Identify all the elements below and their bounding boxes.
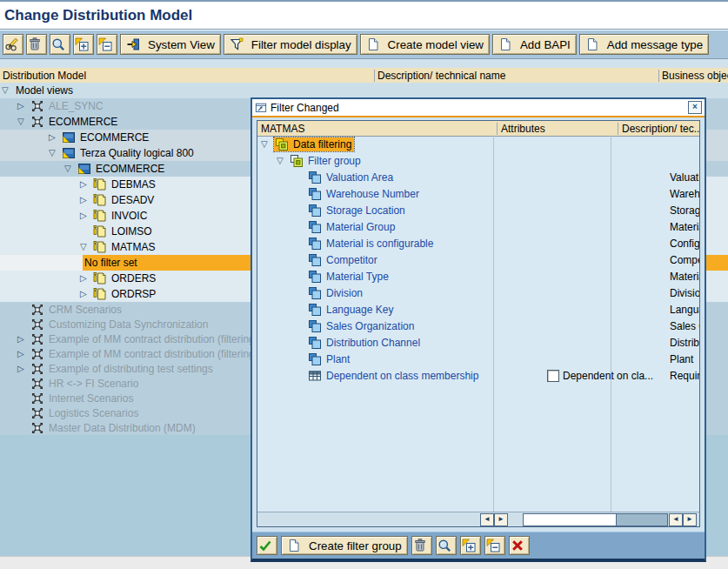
magnifier-icon (51, 37, 65, 51)
expander-closed-icon[interactable] (80, 290, 93, 298)
scenario-icon (30, 406, 44, 420)
dialog-title: Filter Changed (270, 102, 339, 114)
new-doc-icon (366, 37, 380, 51)
create-filter-group-button[interactable]: Create filter group (281, 536, 408, 555)
application-toolbar: System View Filter model display Create … (0, 30, 728, 59)
filter-row-material-type[interactable]: Material Type Material Type (257, 268, 699, 284)
expander-closed-icon[interactable] (80, 274, 93, 283)
filter-row-division[interactable]: Division Division (257, 284, 699, 301)
filter-row-data-filtering[interactable]: Data filtering (257, 136, 699, 152)
horizontal-scrollbar (257, 512, 699, 526)
main-column-headers: Distribution Model Description/ technica… (0, 68, 728, 84)
create-model-view-button[interactable]: Create model view (360, 34, 490, 55)
close-icon[interactable] (688, 101, 702, 114)
expander-open-icon[interactable] (64, 164, 77, 173)
delete-button[interactable] (26, 34, 47, 55)
scenario-icon (30, 303, 44, 317)
expander-closed-icon[interactable] (17, 350, 30, 358)
create-filter-group-label: Create filter group (309, 539, 402, 552)
dialog-column-headers: MATMAS Attributes Description/ tec... (257, 121, 699, 137)
new-doc-icon (287, 539, 301, 552)
class-membership-icon (308, 369, 322, 383)
new-doc-icon (498, 37, 512, 51)
scenario-icon (30, 392, 44, 405)
collapse-node-icon (486, 539, 500, 552)
tree-item-model-views[interactable]: Model views (0, 83, 728, 98)
filter-row-storage-location[interactable]: Storage Location Storage Location (257, 202, 699, 218)
display-button[interactable] (50, 34, 70, 55)
expander-closed-icon[interactable] (17, 335, 30, 344)
expander-closed-icon[interactable] (17, 365, 30, 373)
filter-row-plant[interactable]: Plant Plant (257, 351, 699, 367)
system-view-icon (126, 37, 140, 51)
magnifier-icon (437, 539, 451, 552)
expander-open-icon[interactable] (261, 140, 274, 149)
expander-open-icon[interactable] (49, 149, 62, 157)
scenario-icon (30, 421, 44, 435)
dialog-column-matmas: MATMAS (257, 123, 497, 135)
dialog-tree-rows: Data filtering Filter group Valuation Ar… (257, 136, 699, 512)
expander-open-icon[interactable] (2, 86, 15, 95)
add-message-type-button[interactable]: Add message type (579, 34, 709, 55)
filter-field-icon (308, 187, 322, 201)
message-type-icon (93, 193, 107, 207)
filter-row-material-group[interactable]: Material Group Material Group (257, 218, 699, 235)
message-type-icon (93, 240, 107, 254)
model-view-icon (62, 146, 76, 160)
system-view-button[interactable]: System View (120, 34, 221, 55)
dialog-toolbar: Create filter group (252, 532, 705, 559)
filter-row-filter-group[interactable]: Filter group (257, 152, 699, 169)
expand-node-button[interactable] (460, 536, 481, 555)
collapse-all-button[interactable] (97, 34, 117, 55)
filter-field-icon (308, 220, 322, 234)
filter-row-distribution-channel[interactable]: Distribution Channel Distribution Channe… (257, 334, 699, 351)
scroll-left-icon[interactable] (669, 513, 683, 526)
collapse-node-button[interactable] (484, 536, 505, 555)
filter-field-icon (308, 286, 322, 300)
filter-field-icon (308, 336, 322, 350)
filter-field-icon (308, 352, 322, 366)
expander-open-icon[interactable] (80, 243, 93, 251)
scrollbar-track[interactable] (523, 513, 668, 526)
scenario-icon (30, 318, 44, 331)
dialog-window-icon (255, 102, 267, 114)
confirm-button[interactable] (257, 536, 277, 555)
expander-closed-icon[interactable] (17, 102, 30, 110)
display-button[interactable] (436, 536, 457, 555)
scroll-right-icon[interactable] (683, 513, 697, 526)
filter-model-display-button[interactable]: Filter model display (224, 34, 357, 55)
cancel-button[interactable] (509, 536, 530, 555)
expand-all-button[interactable] (73, 34, 94, 55)
delete-button[interactable] (411, 536, 432, 555)
model-view-icon (77, 162, 91, 176)
expander-closed-icon[interactable] (80, 196, 93, 204)
scroll-left-icon[interactable] (480, 513, 494, 526)
scrollbar-thumb[interactable] (616, 514, 667, 525)
expander-closed-icon[interactable] (49, 133, 62, 142)
system-view-label: System View (148, 38, 215, 51)
edit-toggle-button[interactable] (3, 34, 23, 55)
filter-row-material-configurable[interactable]: Material is configurable Configurable Ma… (257, 235, 699, 251)
add-bapi-button[interactable]: Add BAPI (492, 34, 577, 55)
filter-row-competitor[interactable]: Competitor Competitor (257, 251, 699, 268)
data-filtering-icon (275, 137, 289, 151)
scenario-icon (30, 362, 44, 376)
expander-closed-icon[interactable] (80, 180, 93, 189)
filter-group-icon (290, 154, 304, 168)
filter-row-class-membership[interactable]: Dependent on class membership Dependent … (257, 367, 699, 384)
expander-closed-icon[interactable] (80, 211, 93, 220)
scroll-right-icon[interactable] (494, 513, 508, 526)
filter-row-language-key[interactable]: Language Key Language Key (257, 301, 699, 318)
filter-row-sales-organization[interactable]: Sales Organization Sales Organization (257, 318, 699, 334)
dependent-on-class-checkbox[interactable] (547, 370, 559, 382)
expand-node-icon (462, 539, 476, 552)
filter-field-icon (308, 171, 322, 184)
expander-open-icon[interactable] (17, 117, 30, 126)
filter-row-warehouse-number[interactable]: Warehouse Number Warehouse Number (257, 185, 699, 202)
expander-open-icon[interactable] (277, 157, 290, 165)
scenario-icon (30, 377, 44, 391)
scenario-icon (30, 347, 44, 361)
dialog-titlebar[interactable]: Filter Changed (252, 99, 705, 117)
filter-row-valuation-area[interactable]: Valuation Area Valuation Area (257, 169, 699, 185)
filter-model-display-label: Filter model display (251, 38, 351, 51)
